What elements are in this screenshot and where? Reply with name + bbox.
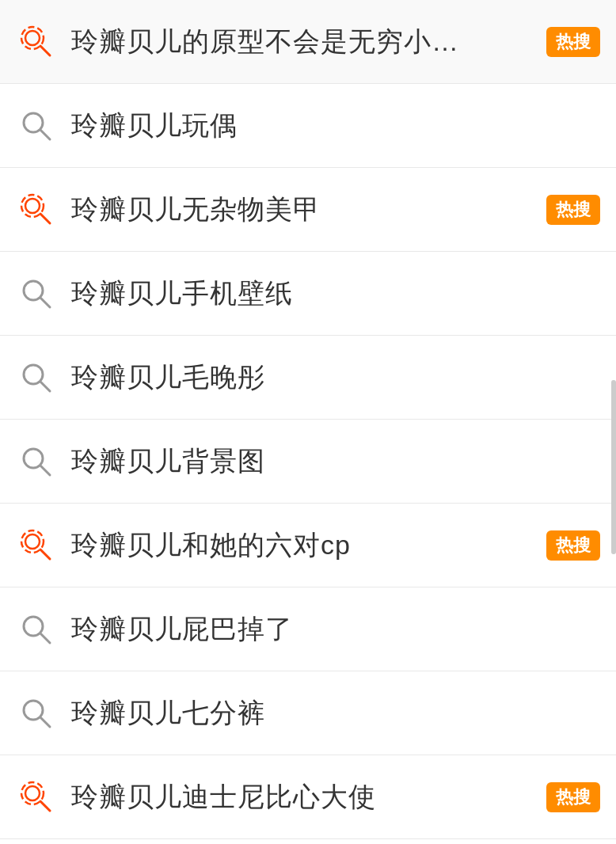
search-item-text: 玲瓣贝儿的原型不会是无穷小…	[71, 24, 538, 60]
search-item-text: 玲瓣贝儿无杂物美甲	[71, 192, 538, 228]
search-item[interactable]: 玲瓣贝儿背景图	[0, 420, 616, 504]
search-item[interactable]: 玲瓣贝儿七分裤	[0, 671, 616, 755]
hot-search-icon	[16, 525, 57, 566]
search-icon	[16, 105, 57, 146]
search-item[interactable]: 玲瓣贝儿玩偶	[0, 84, 616, 168]
search-icon	[16, 693, 57, 734]
search-icon	[16, 441, 57, 482]
svg-line-2	[40, 46, 50, 55]
search-item[interactable]: 玲瓣贝儿的原型不会是无穷小…热搜	[0, 0, 616, 84]
search-item-text: 玲瓣贝儿毛晚彤	[71, 359, 600, 396]
hot-search-icon	[16, 21, 57, 63]
hot-search-icon	[16, 189, 57, 230]
search-item-text: 玲瓣贝儿迪士尼比心大使	[71, 779, 538, 815]
search-item-text: 玲瓣贝儿手机壁纸	[71, 276, 600, 312]
hot-badge: 热搜	[546, 530, 600, 561]
hot-search-icon	[16, 777, 57, 818]
svg-line-23	[40, 801, 50, 811]
search-icon	[16, 273, 57, 314]
svg-line-16	[40, 549, 50, 559]
svg-line-4	[40, 130, 50, 139]
search-item[interactable]: 玲瓣贝儿迪士尼比心大使热搜	[0, 755, 616, 839]
search-item[interactable]: 玲瓣贝儿手机壁纸	[0, 252, 616, 336]
svg-point-1	[25, 31, 40, 45]
svg-line-9	[40, 298, 50, 307]
search-icon	[16, 357, 57, 398]
scrollbar-track[interactable]	[611, 380, 616, 554]
search-item[interactable]: 玲瓣贝儿和她的六对cp热搜	[0, 504, 616, 587]
svg-point-6	[25, 199, 40, 213]
svg-line-20	[40, 717, 50, 727]
search-item[interactable]: 玲瓣贝儿毛晚彤	[0, 336, 616, 420]
svg-line-11	[40, 382, 50, 391]
svg-line-7	[40, 214, 50, 223]
search-item-text: 玲瓣贝儿七分裤	[71, 695, 600, 732]
search-icon	[16, 609, 57, 650]
search-item-text: 玲瓣贝儿玩偶	[71, 108, 600, 144]
search-item-text: 玲瓣贝儿屁巴掉了	[71, 611, 600, 648]
search-item-text: 玲瓣贝儿背景图	[71, 443, 600, 480]
svg-point-22	[25, 786, 40, 800]
svg-line-13	[40, 466, 50, 475]
hot-badge: 热搜	[546, 27, 600, 57]
search-list: 玲瓣贝儿的原型不会是无穷小…热搜 玲瓣贝儿玩偶 玲瓣贝儿无杂物美甲热搜 玲瓣贝儿…	[0, 0, 616, 839]
search-item[interactable]: 玲瓣贝儿无杂物美甲热搜	[0, 168, 616, 252]
svg-point-15	[25, 534, 40, 549]
hot-badge: 热搜	[546, 195, 600, 225]
hot-badge: 热搜	[546, 782, 600, 812]
search-item-text: 玲瓣贝儿和她的六对cp	[71, 527, 538, 564]
search-item[interactable]: 玲瓣贝儿屁巴掉了	[0, 587, 616, 671]
svg-line-18	[40, 633, 50, 643]
